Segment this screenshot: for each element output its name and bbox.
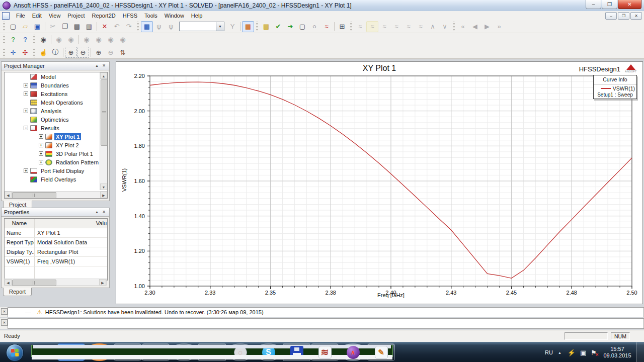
collapse-icon[interactable]: ▴ <box>94 63 100 68</box>
scroll-down-icon[interactable]: ▼ <box>100 184 107 190</box>
solution-setup-combobox[interactable]: ▼ <box>179 22 224 31</box>
tree-item-results[interactable]: - Results <box>5 124 107 132</box>
tree-item-excitations[interactable]: + Excitations <box>5 89 107 98</box>
table-row[interactable]: VSWR(1) Freq ,VSWR(1) <box>5 257 107 266</box>
plot-type-7-icon[interactable]: ∧ <box>427 21 439 32</box>
tree-item-xy-plot-2[interactable]: + XY Plot 2 <box>5 141 107 149</box>
scroll-left-icon[interactable]: ◀ <box>5 279 12 286</box>
tree-item-optimetrics[interactable]: Optimetrics <box>5 115 107 124</box>
scroll-right-icon[interactable]: ▶ <box>100 192 107 198</box>
relative-cs-icon[interactable]: ✣ <box>19 47 31 58</box>
redo-icon[interactable]: ↷ <box>123 21 135 32</box>
clock[interactable]: 15:57 09.03.2015 <box>601 346 633 359</box>
menu-edit[interactable]: Edit <box>29 12 45 20</box>
menu-project[interactable]: Project <box>64 12 88 20</box>
tab-report[interactable]: Report <box>3 288 32 296</box>
delete-icon[interactable]: ✕ <box>99 21 111 32</box>
zoom-in-icon[interactable]: ⊕ <box>65 47 77 58</box>
zoom-out-icon[interactable]: ⊖ <box>77 47 89 58</box>
plot-type-4-icon[interactable]: ≈ <box>390 21 403 32</box>
expander-icon[interactable]: + <box>24 168 28 173</box>
tree-item-analysis[interactable]: + Analysis <box>5 107 107 115</box>
solution-data-icon[interactable]: ▢ <box>296 21 308 32</box>
tree-item-xy-plot-1[interactable]: + XY Plot 1 <box>5 132 107 141</box>
scroll-thumb[interactable] <box>12 192 56 199</box>
solution-type-icon[interactable]: ▦ <box>141 21 153 32</box>
xy-plot-window[interactable]: 2.302.332.352.382.402.432.452.482.502.20… <box>116 61 643 304</box>
table-row[interactable]: Report Type Modal Solution Data <box>5 238 107 247</box>
zoom-fit-icon[interactable]: ⊖ <box>105 47 117 58</box>
print-icon[interactable]: ▥ <box>83 21 95 32</box>
ports-icon[interactable]: ψ <box>165 21 177 32</box>
scroll-thumb[interactable] <box>12 280 56 286</box>
tree-item-3d-polar-plot-1[interactable]: + 3D Polar Plot 1 <box>5 149 107 158</box>
table-row[interactable]: Display Ty... Rectangular Plot <box>5 247 107 257</box>
menu-help[interactable]: Help <box>188 12 206 20</box>
tree-item-boundaries[interactable]: + Boundaries <box>5 81 107 89</box>
dropdown-icon[interactable]: ▼ <box>216 22 224 31</box>
properties-header[interactable]: Properties ▴ ✕ <box>2 208 109 217</box>
mdi-minimize-button[interactable]: – <box>605 12 617 20</box>
expander-icon[interactable]: + <box>39 160 43 164</box>
properties-horizontal-scrollbar[interactable]: ◀ ▶ <box>4 279 107 286</box>
tree-item-mesh-operations[interactable]: Mesh Operations <box>5 98 107 107</box>
mdi-restore-button[interactable]: ❐ <box>618 12 629 20</box>
progress-list[interactable] <box>8 318 644 329</box>
plot-type-2-icon[interactable]: ≈ <box>366 21 378 32</box>
close-icon[interactable]: ✕ <box>101 63 107 68</box>
scroll-left-icon[interactable]: ◀ <box>5 192 12 198</box>
menu-file[interactable]: File <box>13 12 29 20</box>
tray-expand-icon[interactable]: ▲ <box>558 351 561 354</box>
rotate-axes-icon[interactable]: ⇅ <box>117 47 129 58</box>
undo-icon[interactable]: ↶ <box>111 21 123 32</box>
save-icon[interactable]: ▣ <box>31 21 43 32</box>
show-selection-icon[interactable]: ◉ <box>65 34 77 45</box>
new-report-icon[interactable]: ⊞ <box>336 21 348 32</box>
plot-type-1-icon[interactable]: ≈ <box>354 21 366 32</box>
analyze-all-icon[interactable]: ➔ <box>284 21 296 32</box>
scroll-thumb[interactable] <box>101 79 108 146</box>
expander-icon[interactable]: + <box>24 83 28 87</box>
menu-hfss[interactable]: HFSS <box>119 12 141 20</box>
new-icon[interactable]: ▢ <box>7 21 19 32</box>
plot-type-5-icon[interactable]: ≈ <box>403 21 415 32</box>
maximize-button[interactable]: ❐ <box>602 0 617 9</box>
next-page-icon[interactable]: ▶ <box>481 21 493 32</box>
help-topics-icon[interactable]: ? <box>7 34 19 45</box>
open-icon[interactable]: ▱ <box>19 21 31 32</box>
context-help-icon[interactable]: ? <box>19 34 31 45</box>
menu-window[interactable]: Window <box>161 12 188 20</box>
plot-type-8-icon[interactable]: ∨ <box>439 21 451 32</box>
view-visibility-icon[interactable]: ◉ <box>37 34 49 45</box>
message-list[interactable]: — ⚠ HFSSDesign1: Solutions have been inv… <box>8 307 644 317</box>
tree-item-model[interactable]: Model <box>5 72 107 81</box>
hide-all-icon[interactable]: ◉ <box>80 34 93 45</box>
scroll-up-icon[interactable]: ▲ <box>100 72 107 79</box>
coordinate-system-icon[interactable]: ✛ <box>7 47 19 58</box>
show-all-icon[interactable]: ◉ <box>93 34 105 45</box>
cut-icon[interactable]: ✂ <box>47 21 59 32</box>
expander-icon[interactable]: - <box>24 126 28 130</box>
matrix-data-icon[interactable]: ▦ <box>242 21 254 32</box>
close-icon[interactable]: ✕ <box>101 210 107 215</box>
show-others-icon[interactable]: ◉ <box>117 34 129 45</box>
paste-icon[interactable]: ▤ <box>71 21 83 32</box>
start-button[interactable] <box>6 344 24 361</box>
last-page-icon[interactable]: » <box>493 21 505 32</box>
power-icon[interactable]: ⚡ <box>568 349 576 356</box>
expander-icon[interactable]: + <box>39 143 43 147</box>
copy-icon[interactable]: ❐ <box>59 21 71 32</box>
project-manager-header[interactable]: Project Manager ▴ ✕ <box>2 62 109 70</box>
tree-item-port-field-display[interactable]: + Port Field Display <box>5 166 107 175</box>
table-row[interactable]: Name XY Plot 1 <box>5 228 107 238</box>
menu-view[interactable]: View <box>45 12 64 20</box>
plot-type-3-icon[interactable]: ≈ <box>378 21 390 32</box>
menu-report2d[interactable]: Report2D <box>89 12 119 20</box>
tree-vertical-scrollbar[interactable]: ▲ ▼ <box>100 72 107 190</box>
expander-icon[interactable]: + <box>24 109 28 113</box>
analysis-setup-icon[interactable]: ▤ <box>260 21 272 32</box>
pan-icon[interactable]: ☝ <box>37 47 49 58</box>
expander-icon[interactable]: + <box>24 92 28 96</box>
port-icon[interactable]: ψ <box>153 21 165 32</box>
zoom-window-icon[interactable]: ⊕ <box>93 47 105 58</box>
